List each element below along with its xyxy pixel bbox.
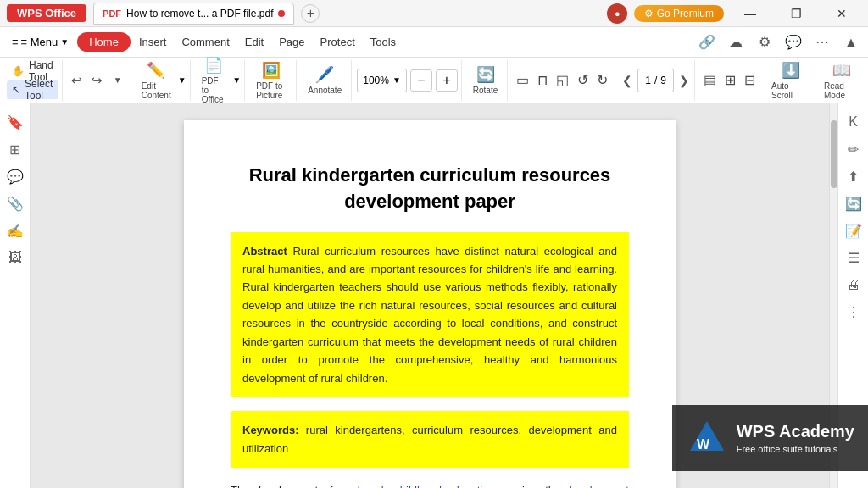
- body-paragraph-1: The development of rural early childhood…: [231, 484, 629, 488]
- menu-page[interactable]: Page: [272, 32, 311, 52]
- hand-icon: ✋: [12, 65, 25, 77]
- page-indicator: 1 / 9: [637, 69, 674, 92]
- right-export-icon[interactable]: ⬆: [842, 164, 865, 188]
- wps-logo-button[interactable]: WPS Office: [7, 4, 86, 22]
- signature-icon[interactable]: ✍: [3, 219, 27, 242]
- chat-icon[interactable]: 💬: [782, 30, 805, 54]
- rotate-icon-2: ↺: [577, 72, 588, 88]
- shape-tool-2[interactable]: ⊓: [534, 62, 551, 99]
- wps-academy-text: WPS Academy Free office suite tutorials: [737, 419, 854, 456]
- user-avatar[interactable]: ●: [607, 3, 627, 24]
- body-text: The development of rural early childhood…: [231, 481, 629, 488]
- go-premium-button[interactable]: ⚙ Go Premium: [634, 5, 724, 22]
- right-convert-icon[interactable]: 🔄: [842, 191, 865, 215]
- rotate-button[interactable]: 🔄 Rotate: [467, 62, 504, 99]
- thumbnail-icon[interactable]: ⊞: [3, 137, 27, 161]
- rotate-tool-3[interactable]: ↻: [593, 62, 611, 99]
- undo-button[interactable]: ↩: [68, 71, 86, 90]
- shape-tools-group: ▭ ⊓ ◱ ↺ ↻: [509, 60, 615, 101]
- share-icon[interactable]: 🔗: [695, 30, 719, 54]
- zoom-out-button[interactable]: −: [410, 69, 432, 92]
- menu-dropdown-icon: ▼: [60, 37, 69, 47]
- right-icon-1[interactable]: K: [842, 110, 865, 134]
- annotate-button[interactable]: 🖊️ Annotate: [302, 62, 348, 99]
- abstract-label: Abstract: [242, 245, 292, 258]
- shape-icon-1: ▭: [516, 72, 529, 88]
- zoom-dropdown-icon: ▼: [392, 75, 401, 85]
- rotate-icon: 🔄: [476, 65, 495, 84]
- redo-dropdown[interactable]: ▼: [108, 71, 127, 90]
- hamburger-icon: ≡: [12, 36, 19, 48]
- rotate-tool-2[interactable]: ↺: [574, 62, 592, 99]
- bookmark-icon[interactable]: 🔖: [3, 110, 27, 134]
- menu-bar: ≡ ≡ Menu ▼ Home Insert Comment Edit Page…: [0, 27, 868, 58]
- prev-page-button[interactable]: ❮: [620, 74, 634, 87]
- view-mode-3[interactable]: ⊟: [741, 62, 759, 99]
- wps-logo-svg: W: [686, 417, 728, 459]
- right-more-icon[interactable]: ⋮: [842, 300, 865, 324]
- edit-content-icon: ✏️: [147, 61, 165, 80]
- annotate-group: 🖊️ Annotate: [298, 60, 352, 101]
- document-title: Rural kindergarten curriculum resources …: [231, 163, 629, 215]
- redo-button[interactable]: ↪: [88, 71, 107, 90]
- right-layout-icon[interactable]: ☰: [842, 246, 865, 269]
- add-tab-button[interactable]: +: [301, 4, 320, 23]
- scroll-thumb[interactable]: [831, 120, 837, 188]
- view-mode-2[interactable]: ⊞: [721, 62, 739, 99]
- abstract-text: Rural curriculum resources have distinct…: [242, 245, 617, 385]
- image-sidebar-icon[interactable]: 🖼: [3, 246, 27, 269]
- minimize-button[interactable]: —: [731, 0, 770, 27]
- collapse-icon[interactable]: ▲: [839, 30, 863, 54]
- toolbar: ✋ Hand Tool ↖ Select Tool ↩ ↪ ▼ ✏️ Edit …: [0, 58, 868, 103]
- cloud-icon[interactable]: ☁: [724, 30, 748, 54]
- menu-comment[interactable]: Comment: [175, 32, 236, 52]
- cursor-icon: ↖: [12, 84, 20, 96]
- title-bar: WPS Office PDF How to remove t... a PDF …: [0, 0, 868, 27]
- current-page: 1: [645, 75, 651, 86]
- menu-home[interactable]: Home: [77, 32, 131, 52]
- select-tool-button[interactable]: ↖ Select Tool: [7, 80, 58, 99]
- right-annotate-icon[interactable]: 📝: [842, 219, 865, 242]
- shape-tool-1[interactable]: ▭: [513, 62, 532, 99]
- page-separator: /: [654, 75, 657, 86]
- auto-scroll-button[interactable]: ⬇️ Auto Scroll: [765, 62, 816, 99]
- tab-close-dot: [278, 10, 285, 17]
- pdf-icon: PDF: [103, 8, 121, 19]
- right-edit-icon[interactable]: ✏: [842, 137, 865, 161]
- zoom-selector[interactable]: 100% ▼: [357, 69, 407, 92]
- pdf-to-office-dropdown[interactable]: ▼: [232, 75, 241, 85]
- menu-insert[interactable]: Insert: [132, 32, 174, 52]
- wps-academy-title: WPS Academy: [737, 419, 854, 443]
- maximize-button[interactable]: ❐: [776, 0, 815, 27]
- shape-tool-3[interactable]: ◱: [553, 62, 572, 99]
- right-print-icon[interactable]: 🖨: [842, 273, 865, 297]
- document-tab[interactable]: PDF How to remove t... a PDF file.pdf: [93, 3, 294, 25]
- menu-edit[interactable]: Edit: [238, 32, 270, 52]
- view-icon-1: ▤: [704, 72, 716, 88]
- comment-sidebar-icon[interactable]: 💬: [3, 164, 27, 188]
- menu-tools[interactable]: Tools: [364, 32, 403, 52]
- view-mode-1[interactable]: ▤: [700, 62, 720, 99]
- auto-scroll-icon: ⬇️: [782, 61, 800, 80]
- right-tools-group: ▤ ⊞ ⊟: [697, 60, 762, 101]
- attachment-icon[interactable]: 📎: [3, 191, 27, 215]
- edit-content-button[interactable]: ✏️ Edit Content: [136, 62, 177, 99]
- shape-icon-3: ◱: [556, 72, 569, 88]
- zoom-in-button[interactable]: +: [436, 69, 458, 92]
- read-mode-icon: 📖: [832, 61, 851, 80]
- next-page-button[interactable]: ❯: [677, 74, 691, 87]
- hamburger-menu[interactable]: ≡ ≡ Menu ▼: [5, 32, 75, 52]
- pdf-to-office-button[interactable]: 📄 PDF to Office: [196, 62, 232, 99]
- close-button[interactable]: ✕: [822, 0, 861, 27]
- edit-content-dropdown[interactable]: ▼: [178, 75, 186, 85]
- more-icon[interactable]: ⋯: [810, 30, 834, 54]
- read-mode-button[interactable]: 📖 Read Mode: [818, 62, 865, 99]
- rotate-group: 🔄 Rotate: [464, 60, 508, 101]
- settings-icon[interactable]: ⚙: [753, 30, 776, 54]
- total-pages: 9: [660, 75, 666, 86]
- pdf-to-office-icon: 📄: [204, 56, 223, 75]
- menu-protect[interactable]: Protect: [314, 32, 362, 52]
- pdf-to-picture-button[interactable]: 🖼️ PDF to Picture: [250, 62, 292, 99]
- document-page: Rural kindergarten curriculum resources …: [184, 120, 676, 488]
- wps-academy-overlay: W WPS Academy Free office suite tutorial…: [672, 405, 868, 471]
